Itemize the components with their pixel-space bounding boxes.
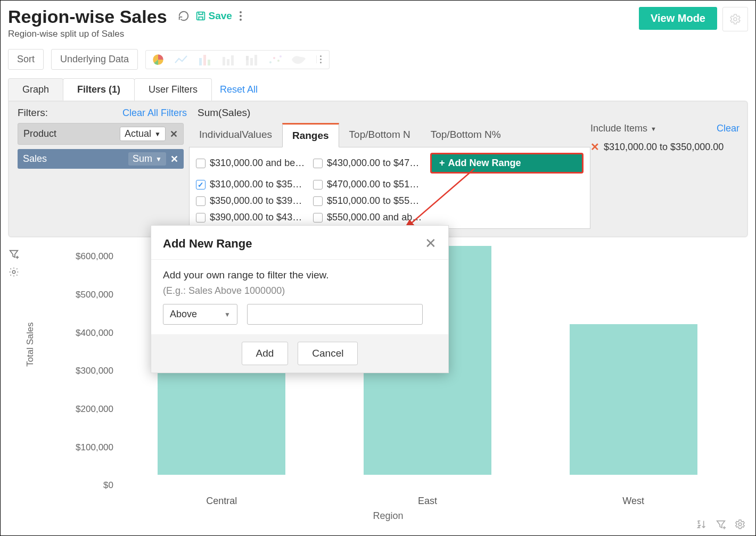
range-checkbox-item[interactable]: $310,000.00 and be…: [196, 153, 308, 174]
settings-footer-icon[interactable]: [734, 518, 746, 530]
stacked-bar-icon[interactable]: [244, 53, 260, 67]
x-tick-label: West: [530, 496, 736, 507]
x-axis-title: Region: [373, 510, 403, 522]
settings-button[interactable]: [722, 7, 748, 31]
save-button[interactable]: Save: [195, 10, 232, 22]
bar-chart-grey-icon[interactable]: [220, 53, 236, 67]
svg-rect-9: [246, 56, 249, 60]
checkbox-icon[interactable]: [196, 213, 206, 222]
range-checkbox-item[interactable]: $350,000.00 to $39…: [196, 195, 308, 207]
checkbox-icon[interactable]: [313, 213, 323, 222]
range-checkbox-item[interactable]: $470,000.00 to $51…: [313, 179, 425, 190]
pill-agg-value: Actual: [125, 128, 151, 139]
y-tick-label: $500,000: [76, 290, 113, 300]
checkbox-icon[interactable]: [313, 159, 323, 168]
modal-hint: (E.g.: Sales Above 1000000): [163, 285, 437, 296]
y-tick-label: $300,000: [76, 366, 113, 376]
select-value: Above: [170, 309, 197, 320]
tab-graph[interactable]: Graph: [8, 78, 63, 101]
filter-add-icon[interactable]: [8, 248, 28, 260]
range-label: $550,000.00 and ab…: [327, 212, 422, 223]
subtab-ranges[interactable]: Ranges: [282, 123, 339, 147]
clear-included-link[interactable]: Clear: [717, 123, 739, 134]
svg-rect-10: [250, 58, 253, 65]
tab-filters[interactable]: Filters (1): [63, 78, 135, 101]
svg-point-13: [273, 57, 275, 59]
chart-type-more-icon[interactable]: [316, 55, 325, 63]
line-chart-icon[interactable]: [174, 53, 190, 67]
range-label: $310,000.00 and be…: [210, 158, 305, 169]
modal-title: Add New Range: [163, 237, 252, 251]
refresh-icon[interactable]: [178, 10, 190, 22]
include-items-dropdown[interactable]: Include Items: [590, 123, 647, 134]
svg-point-1: [734, 18, 737, 21]
range-value-input[interactable]: [247, 304, 423, 325]
range-checkbox-item[interactable]: $310,000.00 to $35…: [196, 179, 308, 190]
sort-button[interactable]: Sort: [8, 49, 44, 70]
remove-included-icon[interactable]: ✕: [590, 141, 599, 153]
more-menu-icon[interactable]: [237, 9, 244, 23]
modal-instruction: Add your own range to filter the view.: [163, 269, 437, 281]
filter-pill-product[interactable]: Product Actual ▼ ✕: [18, 123, 184, 145]
pie-chart-icon[interactable]: [150, 53, 166, 67]
remove-filter-icon[interactable]: ✕: [170, 128, 178, 140]
subtab-top-bottom-n-percent[interactable]: Top/Bottom N%: [421, 123, 511, 147]
y-tick-label: $0: [103, 480, 113, 491]
y-tick-label: $600,000: [76, 251, 113, 262]
chevron-down-icon: ▼: [154, 130, 161, 138]
svg-rect-0: [196, 12, 204, 20]
sort-az-icon[interactable]: [696, 518, 708, 530]
range-label: $310,000.00 to $35…: [210, 179, 302, 190]
modal-add-button[interactable]: Add: [242, 342, 289, 365]
checkbox-icon[interactable]: [196, 180, 206, 189]
svg-point-17: [738, 523, 742, 526]
pill-aggregation-sales[interactable]: Sum ▼: [128, 152, 166, 166]
pill-aggregation-product[interactable]: Actual ▼: [120, 127, 166, 141]
range-checkbox-item[interactable]: $510,000.00 to $55…: [313, 195, 425, 207]
svg-point-14: [277, 60, 280, 62]
save-label: Save: [209, 10, 232, 22]
underlying-data-button[interactable]: Underlying Data: [51, 49, 138, 70]
included-range-label: $310,000.00 to $350,000.00: [604, 142, 724, 153]
filter-pill-sales[interactable]: Sales Sum ▼ ✕: [18, 149, 184, 169]
chevron-down-icon: ▼: [155, 155, 162, 163]
add-new-range-button[interactable]: +Add New Range: [430, 153, 584, 174]
reset-all-link[interactable]: Reset All: [220, 84, 258, 101]
range-label: $350,000.00 to $39…: [210, 195, 302, 207]
chart-settings-icon[interactable]: [8, 266, 28, 278]
checkbox-icon[interactable]: [313, 180, 323, 189]
range-checkbox-item[interactable]: $550,000.00 and ab…: [313, 212, 425, 223]
checkbox-icon[interactable]: [196, 196, 206, 206]
svg-point-12: [269, 61, 272, 63]
bar-chart-multicolor-icon[interactable]: [197, 53, 213, 67]
chevron-down-icon: ▼: [651, 126, 656, 132]
y-axis-title: Total Sales: [25, 323, 36, 367]
svg-rect-4: [208, 60, 210, 65]
checkbox-icon[interactable]: [196, 159, 206, 168]
subtab-top-bottom-n[interactable]: Top/Bottom N: [339, 123, 421, 147]
x-tick-label: East: [325, 496, 531, 507]
included-range-item: ✕ $310,000.00 to $350,000.00: [590, 141, 739, 153]
scatter-chart-icon[interactable]: [267, 53, 283, 67]
range-label: $430,000.00 to $47…: [327, 158, 419, 169]
range-checkbox-item[interactable]: $430,000.00 to $47…: [313, 153, 425, 174]
pill-name: Sales: [23, 153, 128, 164]
remove-filter-icon[interactable]: ✕: [170, 153, 178, 165]
map-chart-icon[interactable]: [291, 53, 307, 67]
clear-all-filters-link[interactable]: Clear All Filters: [122, 108, 187, 119]
range-label: $470,000.00 to $51…: [327, 179, 419, 190]
svg-rect-6: [227, 59, 229, 65]
range-operator-select[interactable]: Above ▼: [163, 304, 237, 325]
y-tick-label: $200,000: [76, 404, 113, 415]
chevron-down-icon: ▼: [224, 311, 231, 318]
checkbox-icon[interactable]: [313, 196, 323, 206]
tab-user-filters[interactable]: User Filters: [134, 78, 212, 101]
chart-bar[interactable]: [570, 324, 697, 475]
svg-rect-5: [223, 57, 225, 65]
view-mode-button[interactable]: View Mode: [639, 7, 717, 30]
modal-cancel-button[interactable]: Cancel: [298, 342, 358, 365]
filter-add-footer-icon[interactable]: [715, 518, 727, 530]
range-checkbox-item[interactable]: $390,000.00 to $43…: [196, 212, 308, 223]
modal-close-icon[interactable]: ✕: [425, 235, 437, 252]
subtab-individual-values[interactable]: IndividualValues: [189, 123, 282, 147]
